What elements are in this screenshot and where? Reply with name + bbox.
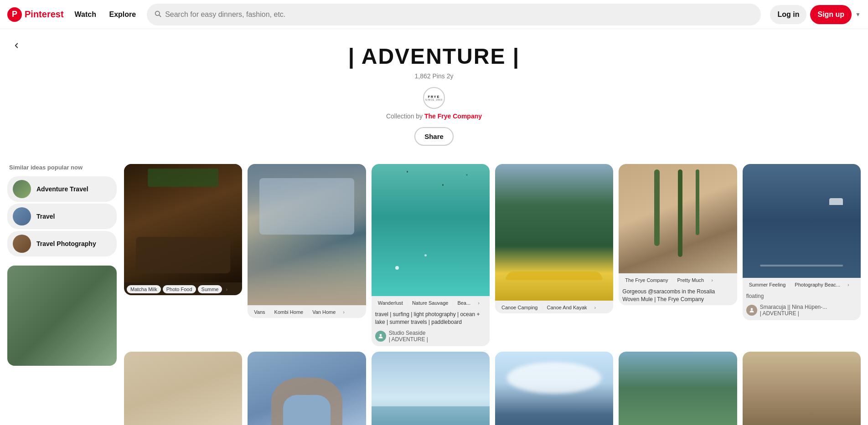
pin-user-name: Studio Seaside (389, 330, 428, 336)
collection-by: Collection by The Frye Company (0, 113, 868, 120)
tag-pill[interactable]: Bea... (454, 299, 474, 307)
board-title: | ADVENTURE | (0, 44, 868, 69)
frye-logo-top: FRYE (428, 95, 440, 98)
pin-card[interactable] (124, 352, 242, 425)
pin-card[interactable] (495, 352, 613, 425)
login-button[interactable]: Log in (770, 5, 806, 24)
tag-pill[interactable]: Photography Beac... (791, 281, 844, 289)
signup-button[interactable]: Sign up (810, 5, 852, 24)
tag-more: › (476, 299, 481, 307)
tag-pill[interactable]: Nature Sauvage (408, 299, 452, 307)
content-area: Similar ideas popular now Adventure Trav… (0, 157, 868, 425)
pin-user-name: Smaracuja || Nina Hüpen-... (760, 304, 827, 310)
sidebar-title: Similar ideas popular now (7, 164, 117, 171)
pin-card[interactable]: Summer Feeling Photography Beac... › flo… (743, 164, 861, 320)
svg-point-3 (750, 308, 753, 310)
sidebar-thumb-adventure (13, 180, 31, 198)
pin-card[interactable]: Canoe Camping Canoe And Kayak › (495, 164, 613, 313)
header-actions: Log in Sign up ▼ (770, 5, 861, 24)
pin-tags: Wanderlust Nature Sauvage Bea... › (372, 296, 490, 309)
pins-count: 1,862 Pins (415, 72, 445, 80)
pinterest-logo[interactable]: P Pinterest (7, 7, 64, 22)
tag-pill[interactable]: Summer Feeling (745, 281, 790, 289)
pin-user-board: | ADVENTURE | (760, 310, 827, 317)
sidebar-label-adventure: Adventure Travel (36, 185, 88, 193)
tag-pill[interactable]: Canoe And Kayak (543, 303, 591, 312)
search-icon (154, 10, 161, 19)
nav-explore[interactable]: Explore (103, 7, 141, 22)
tag-pill[interactable]: Wanderlust (374, 299, 407, 307)
sidebar-thumb-travel (13, 207, 31, 225)
tag-pill[interactable]: Photo Food (163, 285, 196, 293)
pin-tags: Canoe Camping Canoe And Kayak › (495, 301, 613, 313)
pin-card[interactable] (743, 352, 861, 425)
pin-tags: Matcha Milk Photo Food Summe › (124, 282, 242, 295)
dropdown-arrow-icon[interactable]: ▼ (855, 11, 861, 18)
pin-user: Smaracuja || Nina Hüpen-... | ADVENTURE … (743, 302, 861, 320)
pin-tags: Vans Kombi Home Van Home › (248, 305, 366, 318)
masonry-grid: Matcha Milk Photo Food Summe › Vans (124, 164, 861, 425)
tag-more: › (709, 276, 715, 284)
sidebar-thumb-travel-photo (13, 235, 31, 253)
tag-pill[interactable]: The Frye Company (621, 276, 672, 284)
pins-area: Matcha Milk Photo Food Summe › Vans (124, 164, 861, 425)
pin-desc: Gorgeous @saracombs in the Rosalia Woven… (619, 286, 737, 305)
sidebar: Similar ideas popular now Adventure Trav… (7, 164, 117, 366)
back-button[interactable] (7, 36, 26, 55)
pin-card[interactable] (619, 352, 737, 425)
header: P Pinterest Watch Explore Log in Sign up… (0, 0, 868, 29)
tag-pill[interactable]: Pretty Much (673, 276, 708, 284)
frye-logo-bot: SINCE 1863 (425, 98, 443, 101)
tag-more: › (846, 281, 851, 289)
board-header: | ADVENTURE | 1,862 Pins 2y FRYE SINCE 1… (0, 29, 868, 157)
share-button[interactable]: Share (414, 127, 454, 146)
pin-card[interactable]: Vans Kombi Home Van Home › (248, 164, 366, 318)
pin-tags: The Frye Company Pretty Much › (619, 273, 737, 286)
collection-author-link[interactable]: The Frye Company (424, 113, 482, 120)
sidebar-item-adventure-travel[interactable]: Adventure Travel (7, 176, 117, 202)
tag-pill[interactable]: Matcha Milk (127, 285, 161, 293)
pin-floating: floating (743, 291, 861, 302)
board-avatar-wrap: FRYE SINCE 1863 (0, 87, 868, 109)
pin-user-info: Smaracuja || Nina Hüpen-... | ADVENTURE … (760, 304, 827, 317)
pin-user-avatar (746, 305, 757, 316)
pin-card[interactable] (372, 352, 490, 425)
pin-desc: travel | surfing | light photography | o… (372, 309, 490, 328)
pin-user-board: | ADVENTURE | (389, 336, 428, 343)
tag-pill[interactable]: Kombi Home (271, 308, 307, 316)
sidebar-label-travel-photo: Travel Photography (36, 240, 96, 247)
nav-watch[interactable]: Watch (69, 7, 102, 22)
tag-more: › (224, 285, 229, 293)
pin-user-avatar (375, 331, 386, 342)
pin-card[interactable]: Wanderlust Nature Sauvage Bea... › trave… (372, 164, 490, 346)
pin-user-info: Studio Seaside | ADVENTURE | (389, 330, 428, 343)
tag-pill[interactable]: Vans (250, 308, 269, 316)
pinterest-logo-icon: P (7, 7, 22, 22)
sidebar-item-travel[interactable]: Travel (7, 204, 117, 229)
search-input[interactable] (165, 10, 754, 19)
pin-user: Studio Seaside | ADVENTURE | (372, 328, 490, 346)
main-nav: Watch Explore (69, 10, 142, 19)
board-meta: 1,862 Pins 2y (0, 72, 868, 80)
tag-more: › (593, 303, 598, 312)
pin-card[interactable]: The Frye Company Pretty Much › Gorgeous … (619, 164, 737, 305)
pinterest-logo-text: Pinterest (25, 9, 64, 20)
pin-card[interactable] (248, 352, 366, 425)
sidebar-label-travel: Travel (36, 213, 55, 220)
board-avatar[interactable]: FRYE SINCE 1863 (423, 87, 445, 109)
search-bar[interactable] (147, 4, 761, 26)
main-content: | ADVENTURE | 1,862 Pins 2y FRYE SINCE 1… (0, 29, 868, 425)
pin-card[interactable]: Matcha Milk Photo Food Summe › (124, 164, 242, 295)
svg-line-1 (159, 15, 161, 17)
board-age: 2y (447, 72, 454, 80)
tag-pill[interactable]: Canoe Camping (498, 303, 542, 312)
tag-pill[interactable]: Van Home (309, 308, 339, 316)
sidebar-item-travel-photography[interactable]: Travel Photography (7, 231, 117, 256)
svg-point-2 (379, 334, 382, 336)
pin-tags: Summer Feeling Photography Beac... › (743, 278, 861, 291)
tag-more: › (341, 308, 346, 316)
featured-image[interactable] (7, 266, 117, 366)
tag-pill[interactable]: Summe (198, 285, 222, 293)
